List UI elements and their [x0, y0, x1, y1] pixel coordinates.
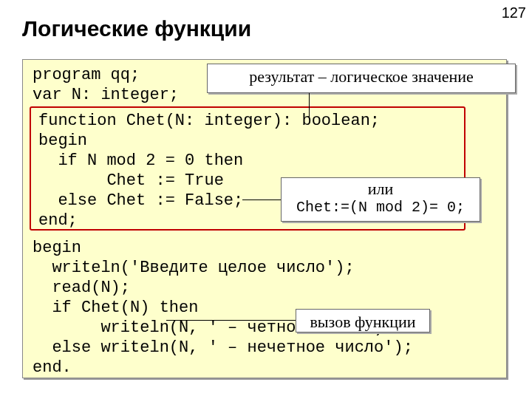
callout-alternative: или Chet:=(N mod 2)= 0; [281, 177, 480, 222]
callout-alt-line1: или [289, 180, 472, 199]
callout-result-type: результат – логическое значение [207, 64, 516, 93]
page-number: 127 [502, 4, 526, 21]
callout-function-call: вызов функции [296, 309, 430, 332]
code-top: program qq; var N: integer; [33, 65, 179, 105]
slide-title: Логические функции [0, 0, 532, 41]
callout-result-type-text: результат – логическое значение [249, 67, 474, 86]
code-bottom: begin writeln('Введите целое число'); re… [33, 238, 413, 378]
connector-line [166, 320, 296, 321]
connector-line [309, 93, 310, 117]
connector-line [242, 200, 281, 200]
callout-alt-line2: Chet:=(N mod 2)= 0; [289, 199, 472, 216]
callout-function-call-text: вызов функции [310, 313, 415, 331]
